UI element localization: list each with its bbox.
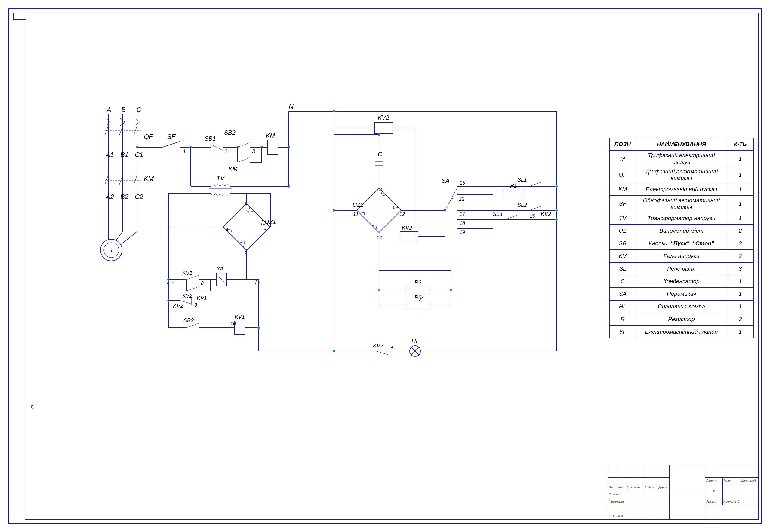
svg-line-30: [162, 141, 180, 147]
svg-text:12: 12: [400, 212, 405, 217]
svg-text:B1: B1: [120, 151, 128, 158]
svg-point-144: [444, 209, 446, 211]
svg-text:B: B: [121, 106, 126, 113]
svg-text:3: 3: [252, 148, 255, 154]
parts-header-name: НАЙМЕНУВАННЯ: [636, 138, 727, 151]
svg-text:SB3: SB3: [183, 317, 194, 323]
table-row: TVТрансформатор напруги1: [609, 212, 753, 225]
table-row: SLРеле рівня3: [609, 262, 753, 275]
svg-text:4: 4: [225, 227, 228, 232]
svg-text:KV1: KV1: [182, 270, 192, 276]
svg-line-14: [105, 175, 108, 185]
svg-line-25: [116, 231, 123, 240]
svg-text:HL: HL: [412, 338, 419, 344]
svg-point-118: [333, 110, 335, 112]
svg-rect-130: [357, 188, 401, 232]
svg-line-16: [133, 175, 137, 185]
svg-text:KV2: KV2: [182, 293, 192, 299]
svg-text:SB1: SB1: [204, 135, 216, 142]
svg-text:UZ2: UZ2: [352, 201, 364, 208]
svg-text:KV2: KV2: [173, 303, 183, 309]
parts-header-des: ПОЗН: [609, 138, 636, 151]
table-row: MТрифазний електричний двигун1: [609, 151, 753, 167]
svg-text:1: 1: [110, 247, 113, 254]
svg-text:4: 4: [391, 344, 394, 350]
svg-text:9: 9: [194, 302, 197, 307]
svg-text:SL2: SL2: [517, 202, 527, 208]
svg-rect-170: [406, 286, 430, 294]
svg-line-93: [216, 275, 227, 284]
svg-line-15: [119, 175, 123, 185]
control-line: SF 1 SB1 2 SB2 3 KM KM: [162, 103, 557, 172]
svg-text:R2: R2: [415, 280, 422, 286]
svg-text:KV2: KV2: [373, 343, 383, 349]
dc-control: L+ L- KV1 8 YA KV2 KV2 9: [167, 227, 260, 351]
svg-text:R3: R3: [415, 295, 422, 301]
svg-text:A2: A2: [105, 193, 114, 200]
motor-symbol: 1: [100, 231, 137, 261]
svg-text:SB2: SB2: [224, 129, 235, 136]
svg-text:C: C: [136, 106, 141, 113]
svg-text:KM: KM: [228, 165, 238, 172]
svg-point-186: [555, 218, 558, 221]
svg-text:KM: KM: [266, 132, 275, 139]
table-row: HLСигнальна лампа1: [609, 300, 753, 313]
svg-text:19: 19: [460, 230, 465, 235]
svg-line-48: [238, 158, 250, 162]
svg-text:11: 11: [353, 212, 358, 217]
svg-text:15: 15: [460, 180, 465, 185]
svg-point-181: [378, 289, 380, 291]
svg-line-98: [186, 287, 198, 291]
svg-text:8: 8: [201, 281, 204, 286]
table-row: SAПеремикач1: [609, 288, 753, 300]
table-row: KVРеле напруги2: [609, 250, 753, 262]
svg-text:C1: C1: [135, 151, 143, 158]
svg-text:KV1: KV1: [197, 295, 207, 301]
svg-text:SF: SF: [167, 133, 176, 140]
svg-text:SA: SA: [442, 177, 450, 184]
svg-line-108: [186, 323, 198, 328]
svg-rect-156: [503, 190, 524, 197]
parts-table: ПОЗН НАЙМЕНУВАННЯ К-ТЬ MТрифазний електр…: [609, 138, 754, 338]
svg-text:13: 13: [376, 187, 382, 192]
svg-text:N: N: [289, 103, 293, 110]
svg-line-160: [529, 206, 542, 210]
svg-text:B2: B2: [120, 193, 128, 200]
svg-text:2: 2: [224, 148, 227, 154]
table-row: KMЕлектромагнітний пускач1: [609, 183, 753, 196]
svg-rect-51: [268, 140, 278, 154]
table-row: UZВипрямний міст2: [609, 225, 753, 237]
transformer-tv: TV: [189, 146, 290, 195]
svg-text:17: 17: [460, 212, 465, 217]
svg-line-158: [529, 182, 542, 186]
svg-text:18: 18: [460, 221, 465, 226]
svg-text:KV2: KV2: [402, 225, 412, 231]
parts-header-qty: К-ТЬ: [727, 138, 753, 151]
svg-point-182: [450, 289, 453, 291]
svg-text:C: C: [378, 151, 382, 157]
svg-text:TV: TV: [216, 175, 225, 182]
svg-line-40: [238, 143, 250, 147]
table-row: QFТрифазний автоматичний вимикач1: [609, 167, 753, 183]
svg-text:R1: R1: [510, 183, 517, 189]
svg-text:5: 5: [264, 227, 267, 232]
svg-line-35: [210, 144, 222, 150]
svg-text:KV2: KV2: [541, 211, 551, 217]
svg-text:KV2: KV2: [378, 114, 389, 121]
svg-text:KM: KM: [144, 175, 154, 182]
svg-text:YA: YA: [216, 266, 223, 272]
svg-line-26: [120, 231, 137, 245]
svg-text:A: A: [106, 106, 111, 113]
svg-point-116: [257, 326, 260, 329]
level-control: KV2 C UZ2 11 12 13 14: [259, 110, 558, 356]
svg-rect-172: [406, 301, 430, 309]
svg-line-88: [186, 275, 198, 280]
table-row: SFОднофазний автоматичний вимикач1: [609, 196, 753, 212]
table-row: CКонденсатор1: [609, 275, 753, 288]
svg-line-189: [376, 351, 388, 355]
svg-text:20: 20: [530, 213, 535, 219]
svg-rect-112: [235, 321, 245, 334]
table-row: RРезистор3: [609, 313, 753, 326]
svg-text:C2: C2: [135, 193, 143, 200]
svg-text:QF: QF: [144, 133, 153, 140]
